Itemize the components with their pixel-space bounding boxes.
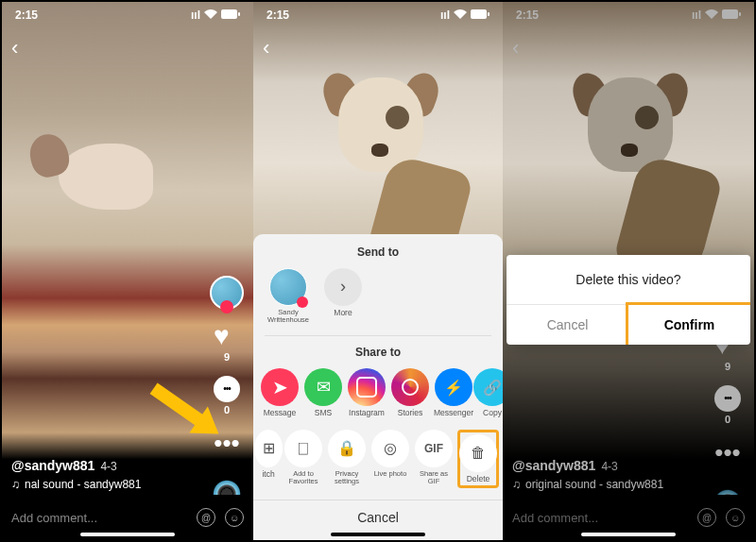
sound-text: nal sound - sandyw881 <box>25 478 141 491</box>
stories-icon <box>391 368 429 406</box>
back-button[interactable]: ‹ <box>263 36 269 60</box>
lock-icon: 🔒 <box>328 430 366 467</box>
username[interactable]: @sandyw881 <box>11 458 94 473</box>
action-favorites[interactable]: ⎕Add to Favorites <box>284 430 323 488</box>
status-bar: 2:15 ııl <box>2 2 253 28</box>
comment-icon <box>214 376 240 402</box>
battery-icon <box>471 8 490 22</box>
dialog-cancel-button[interactable]: Cancel <box>507 305 628 345</box>
battery-icon <box>221 8 240 22</box>
like-count: 9 <box>725 361 730 372</box>
like-count: 9 <box>224 351 230 363</box>
sound-link[interactable]: original sound - sandyw881 <box>512 478 663 491</box>
dialog-title: Delete this video? <box>507 255 750 304</box>
trash-icon: 🗑 <box>459 434 497 472</box>
messenger-icon <box>435 368 472 406</box>
action-livephoto[interactable]: ◎Live photo <box>370 430 410 488</box>
tutorial-arrow <box>150 382 206 427</box>
contact-label: Sandy Writtenhouse <box>265 309 312 325</box>
delete-confirm-dialog: Delete this video? Cancel Confirm <box>507 255 750 345</box>
comment-icon <box>714 385 741 412</box>
like-button[interactable]: 9 <box>214 323 240 363</box>
battery-icon <box>722 8 741 22</box>
action-delete[interactable]: 🗑Delete <box>457 430 499 488</box>
message-icon: ➤ <box>261 368 299 406</box>
video-content-dog <box>310 40 452 247</box>
comment-button[interactable]: 0 <box>714 385 741 425</box>
share-sheet: Send to Sandy Writtenhouse › More Share … <box>253 234 503 540</box>
send-to-row: Sandy Writtenhouse › More <box>253 268 503 325</box>
wifi-icon <box>204 8 217 22</box>
home-indicator[interactable] <box>581 533 676 536</box>
mention-icon[interactable]: @ <box>197 508 215 527</box>
actions-row: ⊞itch ⎕Add to Favorites 🔒Privacy setting… <box>253 430 503 488</box>
wifi-icon <box>705 8 718 22</box>
sms-icon: ✉ <box>304 368 342 406</box>
signal-icon: ııl <box>191 8 200 22</box>
action-gif[interactable]: GIFShare as GIF <box>414 430 454 488</box>
back-button[interactable]: ‹ <box>11 36 18 60</box>
comment-count: 0 <box>725 414 730 425</box>
svg-rect-2 <box>471 9 487 19</box>
comment-input[interactable]: Add comment... <box>512 511 697 525</box>
share-messenger[interactable]: Messenger <box>435 368 472 417</box>
emoji-icon[interactable]: ☺ <box>726 508 745 527</box>
post-date: 4-3 <box>601 460 617 473</box>
instagram-icon <box>348 368 386 406</box>
post-date: 4-3 <box>100 460 116 473</box>
stitch-icon: ⊞ <box>254 430 283 467</box>
share-stories[interactable]: Stories <box>391 368 429 417</box>
send-to-contact[interactable]: Sandy Writtenhouse <box>265 268 312 325</box>
video-info: @sandyw8814-3 original sound - sandyw881 <box>512 457 663 491</box>
more-label: More <box>334 309 352 317</box>
svg-rect-5 <box>739 12 741 16</box>
emoji-icon[interactable]: ☺ <box>225 508 244 527</box>
home-indicator[interactable] <box>80 533 175 536</box>
more-options-button[interactable]: ••• <box>714 438 740 467</box>
comment-button[interactable]: 0 <box>214 376 240 415</box>
sound-text: original sound - sandyw881 <box>525 478 663 491</box>
share-sms[interactable]: ✉SMS <box>304 368 342 417</box>
dialog-confirm-button[interactable]: Confirm <box>626 302 750 345</box>
send-to-more[interactable]: › More <box>321 268 365 325</box>
video-info: @sandyw8814-3 nal sound - sandyw881 <box>11 457 141 491</box>
mention-icon[interactable]: @ <box>697 508 716 527</box>
username[interactable]: @sandyw881 <box>512 458 595 473</box>
sound-link[interactable]: nal sound - sandyw881 <box>11 478 141 491</box>
heart-icon <box>214 323 240 349</box>
comment-count: 0 <box>224 404 230 415</box>
status-time: 2:15 <box>516 8 539 22</box>
livephoto-icon: ◎ <box>371 430 409 467</box>
share-copy[interactable]: 🔗Copy <box>478 368 503 417</box>
comment-input[interactable]: Add comment... <box>11 511 197 525</box>
home-indicator[interactable] <box>331 533 425 536</box>
video-content-dog <box>559 40 701 247</box>
svg-rect-0 <box>221 9 237 19</box>
video-content-dog <box>30 125 181 247</box>
action-rail: 9 0 ••• <box>210 276 244 509</box>
svg-rect-1 <box>238 12 240 16</box>
action-stitch[interactable]: ⊞itch <box>257 430 280 488</box>
link-icon: 🔗 <box>473 368 503 406</box>
share-instagram[interactable]: Instagram <box>348 368 386 417</box>
music-note-icon <box>512 478 521 491</box>
screen-1-feed: 2:15 ııl ‹ 9 0 ••• @sandyw8814-3 nal <box>2 2 253 540</box>
status-time: 2:15 <box>15 8 38 22</box>
status-bar: 2:15 ııl <box>253 2 503 28</box>
cancel-button[interactable]: Cancel <box>253 500 503 533</box>
action-privacy[interactable]: 🔒Privacy settings <box>327 430 367 488</box>
bookmark-icon: ⎕ <box>284 430 322 467</box>
signal-icon: ııl <box>692 8 701 22</box>
back-button[interactable]: ‹ <box>512 36 519 60</box>
music-note-icon <box>11 478 20 491</box>
svg-rect-3 <box>488 12 490 16</box>
profile-avatar[interactable] <box>210 276 244 310</box>
status-bar: 2:15 ııl <box>503 2 754 28</box>
share-to-row: ➤Message ✉SMS Instagram Stories Messenge… <box>253 368 503 417</box>
gif-icon: GIF <box>415 430 453 467</box>
chevron-right-icon: › <box>324 268 362 306</box>
share-message[interactable]: ➤Message <box>261 368 299 417</box>
svg-rect-4 <box>722 9 738 19</box>
share-to-title: Share to <box>253 346 503 359</box>
wifi-icon <box>454 8 467 22</box>
